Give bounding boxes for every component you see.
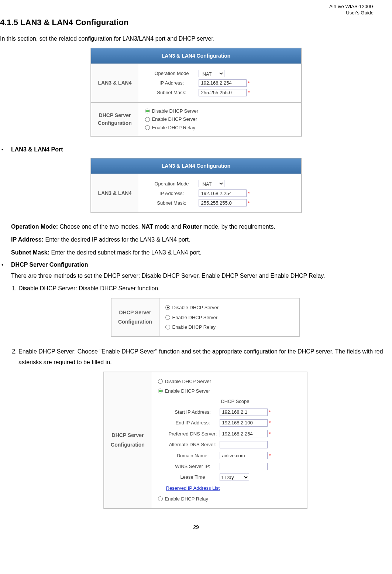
bullet-icon: • xyxy=(1,147,3,153)
row-label-dhcp: DHCP Server Configuration xyxy=(91,102,139,136)
doc-header: AirLive WIAS-1200G User's Guide xyxy=(0,4,392,16)
required-asterisk: * xyxy=(269,418,271,427)
lease-select[interactable]: 1 Day xyxy=(220,474,249,481)
row-label-lan: LAN3 & LAN4 xyxy=(91,174,139,213)
domain-input[interactable]: airlive.com xyxy=(220,452,268,459)
page-number: 29 xyxy=(0,523,392,531)
start-ip-label: Start IP Address: xyxy=(166,408,220,416)
reserved-ip-link[interactable]: Reserved IP Address List xyxy=(166,484,220,492)
radio-icon xyxy=(145,125,150,130)
required-asterisk: * xyxy=(248,190,250,197)
product-name: AirLive WIAS-1200G xyxy=(0,4,374,10)
radio-disable-dhcp[interactable]: Disable DHCP Server xyxy=(165,303,293,312)
panel-title: LAN3 & LAN4 Configuration xyxy=(91,158,301,174)
start-ip-input[interactable]: 192.168.2.1 xyxy=(220,409,268,416)
required-asterisk: * xyxy=(269,430,271,438)
adns-input[interactable] xyxy=(220,441,268,448)
radio-icon xyxy=(165,315,170,320)
opmode-label: Operation Mode xyxy=(145,70,199,77)
adns-label: Alternate DNS Server: xyxy=(166,440,220,449)
opmode-label: Operation Mode xyxy=(145,180,199,188)
radio-icon xyxy=(145,117,150,122)
required-asterisk: * xyxy=(248,199,250,207)
radio-enable-dhcp[interactable]: Enable DHCP Server xyxy=(165,313,293,322)
list-item-disable: Disable DHCP Server: Disable DHCP Server… xyxy=(18,283,392,341)
desc-ip: IP Address: Enter the desired IP address… xyxy=(11,235,392,245)
wins-label: WINS Server IP: xyxy=(166,462,220,471)
pdns-input[interactable]: 192.168.2.254 xyxy=(220,430,268,437)
ip-input[interactable]: 192.168.2.254 xyxy=(199,79,247,87)
opmode-select[interactable]: NAT xyxy=(199,180,224,187)
required-asterisk: * xyxy=(269,408,271,416)
required-asterisk: * xyxy=(248,79,250,87)
intro-text: In this section, set the related configu… xyxy=(0,34,392,43)
opmode-select[interactable]: NAT xyxy=(199,70,224,77)
radio-icon-checked xyxy=(145,109,150,113)
ip-label: IP Address: xyxy=(145,190,199,197)
pdns-label: Preferred DNS Server: xyxy=(166,430,220,438)
mask-input[interactable]: 255.255.255.0 xyxy=(199,199,247,206)
doc-type: User's Guide xyxy=(0,10,374,16)
dhcp-scope-title: DHCP Scope xyxy=(170,397,301,406)
bullet-icon: • xyxy=(1,262,3,268)
figure-2: LAN3 & LAN4 Configuration LAN3 & LAN4 Op… xyxy=(0,158,392,216)
bullet-dhcp-conf: • DHCP Server Configuration There are th… xyxy=(0,260,392,281)
radio-enable-dhcp[interactable]: Enable DHCP Server xyxy=(145,116,295,123)
required-asterisk: * xyxy=(269,451,271,460)
row-label-lan: LAN3 & LAN4 xyxy=(91,64,139,102)
ip-input[interactable]: 192.168.2.254 xyxy=(199,189,247,197)
radio-icon-checked xyxy=(165,305,170,310)
required-asterisk: * xyxy=(248,89,250,96)
radio-enable-relay[interactable]: Enable DHCP Relay xyxy=(165,323,293,331)
end-ip-input[interactable]: 192.168.2.100 xyxy=(220,419,268,427)
radio-disable-dhcp[interactable]: Disable DHCP Server xyxy=(145,107,295,115)
radio-enable-relay[interactable]: Enable DHCP Relay xyxy=(145,124,295,131)
desc-opmode: Operation Mode: Choose one of the two mo… xyxy=(11,222,392,232)
row-label-dhcp: DHCP Server Configuration xyxy=(111,298,159,336)
radio-icon xyxy=(165,325,170,329)
radio-icon xyxy=(158,496,163,501)
lease-label: Lease Time xyxy=(166,473,220,481)
figure-4: DHCP Server Configuration Disable DHCP S… xyxy=(18,372,392,512)
radio-enable-relay[interactable]: Enable DHCP Relay xyxy=(158,495,301,503)
dhcp-intro-text: There are three methods to set the DHCP … xyxy=(11,271,392,281)
dhcp-mode-list: Disable DHCP Server: Disable DHCP Server… xyxy=(18,283,392,512)
list-item-enable: Enable DHCP Server: Choose "Enable DHCP … xyxy=(18,346,392,512)
radio-icon-checked xyxy=(158,389,163,393)
radio-enable-dhcp[interactable]: Enable DHCP Server xyxy=(158,387,301,395)
wins-input[interactable] xyxy=(220,463,268,470)
mask-input[interactable]: 255.255.255.0 xyxy=(199,89,247,96)
end-ip-label: End IP Address: xyxy=(166,418,220,427)
mask-label: Subnet Mask: xyxy=(145,199,199,207)
figure-3: DHCP Server Configuration Disable DHCP S… xyxy=(18,298,392,341)
mask-label: Subnet Mask: xyxy=(145,89,199,96)
desc-mask: Subnet Mask: Enter the desired subnet ma… xyxy=(11,247,392,258)
figure-1: LAN3 & LAN4 Configuration LAN3 & LAN4 Op… xyxy=(0,48,392,140)
radio-disable-dhcp[interactable]: Disable DHCP Server xyxy=(158,377,301,386)
radio-icon xyxy=(158,379,163,384)
bullet-lan-port: • LAN3 & LAN4 Port xyxy=(0,145,392,154)
ip-label: IP Address: xyxy=(145,79,199,87)
panel-title: LAN3 & LAN4 Configuration xyxy=(91,48,301,64)
row-label-dhcp: DHCP Server Configuration xyxy=(104,372,152,508)
section-heading: 4.1.5 LAN3 & LAN4 Configuration xyxy=(0,16,392,28)
domain-label: Domain Name: xyxy=(166,451,220,460)
